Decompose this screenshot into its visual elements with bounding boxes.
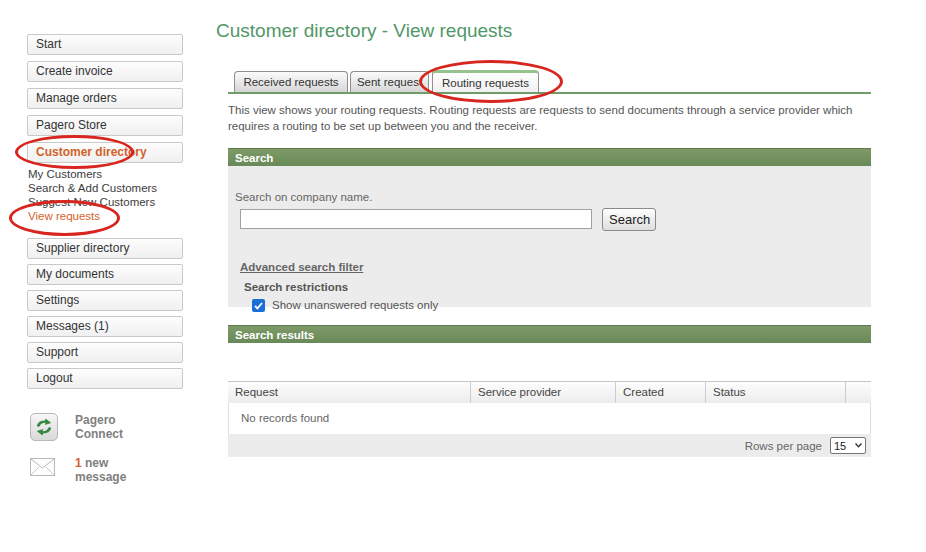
search-panel: Search Search on company name. Search Ad…	[228, 148, 871, 307]
search-panel-body: Search on company name. Search Advanced …	[228, 166, 871, 307]
sidebar-subitem-suggest-new-customers[interactable]: Suggest New Customers	[28, 196, 155, 208]
sidebar-subitem-my-customers[interactable]: My Customers	[28, 168, 102, 180]
rows-per-page-label: Rows per page	[745, 440, 822, 452]
results-panel-body: Request Service provider Created Status …	[228, 343, 871, 457]
sidebar-subitem-view-requests[interactable]: View requests	[28, 210, 100, 222]
search-restrictions-label: Search restrictions	[244, 281, 348, 293]
sidebar-item-logout[interactable]: Logout	[27, 368, 183, 389]
sidebar-item-support[interactable]: Support	[27, 342, 183, 363]
sidebar-subitem-search-add-customers[interactable]: Search & Add Customers	[28, 182, 157, 194]
sidebar-item-create-invoice[interactable]: Create invoice	[27, 61, 183, 82]
tab-routing-requests[interactable]: Routing requests	[432, 70, 539, 92]
sidebar-item-start[interactable]: Start	[27, 34, 183, 55]
search-button[interactable]: Search	[602, 208, 656, 231]
search-field-label: Search on company name.	[235, 191, 372, 203]
tab-underline	[228, 92, 871, 94]
results-table-footer: Rows per page 15	[228, 434, 871, 457]
sidebar-item-my-documents[interactable]: My documents	[27, 264, 183, 285]
sidebar-item-manage-orders[interactable]: Manage orders	[27, 88, 183, 109]
pagero-connect-label[interactable]: Pagero Connect	[75, 413, 123, 441]
column-header-created: Created	[615, 382, 705, 403]
envelope-icon	[30, 458, 55, 480]
chevron-down-icon	[855, 443, 862, 448]
sidebar-item-supplier-directory[interactable]: Supplier directory	[27, 238, 183, 259]
unanswered-only-checkbox[interactable]	[252, 299, 265, 312]
sidebar-item-messages[interactable]: Messages (1)	[27, 316, 183, 337]
column-header-service-provider: Service provider	[470, 382, 615, 403]
sidebar-item-customer-directory[interactable]: Customer directory	[27, 142, 183, 163]
no-records-message: No records found	[241, 412, 329, 424]
advanced-search-filter-link[interactable]: Advanced search filter	[240, 261, 363, 273]
new-message-notice[interactable]: 1 new message	[75, 456, 126, 484]
pagero-connect-link[interactable]	[30, 413, 58, 441]
unanswered-only-label: Show unanswered requests only	[272, 299, 438, 311]
company-name-input[interactable]	[240, 209, 592, 229]
results-panel: Search results Request Service provider …	[228, 325, 871, 457]
search-panel-header: Search	[228, 148, 871, 166]
column-header-actions	[845, 382, 871, 403]
checkmark-icon	[254, 302, 263, 310]
tab-received-requests[interactable]: Received requests	[234, 71, 348, 92]
column-header-request: Request	[228, 382, 470, 403]
column-header-status: Status	[705, 382, 845, 403]
sidebar-item-settings[interactable]: Settings	[27, 290, 183, 311]
tab-sent-request[interactable]: Sent request	[350, 71, 429, 92]
rows-per-page-select[interactable]: 15	[830, 437, 866, 454]
results-panel-header: Search results	[228, 325, 871, 343]
view-description: This view shows your routing requests. R…	[228, 102, 876, 134]
sidebar-item-pagero-store[interactable]: Pagero Store	[27, 115, 183, 136]
pagero-app-page: Start Create invoice Manage orders Pager…	[0, 0, 926, 552]
message-count: 1	[75, 456, 82, 470]
page-title: Customer directory - View requests	[216, 20, 512, 42]
empty-results-row: No records found	[228, 403, 871, 434]
sync-arrows-icon	[34, 417, 54, 437]
results-table-header: Request Service provider Created Status	[228, 381, 871, 404]
